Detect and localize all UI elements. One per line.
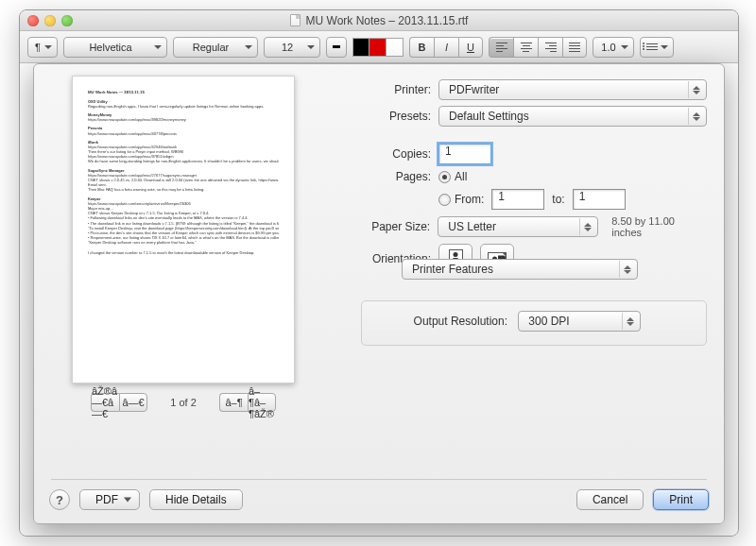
pages-from-input[interactable]: 1 xyxy=(491,189,544,210)
bold-button[interactable]: B xyxy=(409,37,434,58)
color-swatches xyxy=(352,38,404,57)
presets-label: Presets: xyxy=(333,110,431,123)
preview-pager: âŽ®â—€â—€ â—€ 1 of 2 â–¶ â–¶â–¶âŽ® xyxy=(91,393,276,412)
list-style-select[interactable] xyxy=(640,37,674,58)
printer-features-box: Output Resolution: 300 DPI xyxy=(361,300,707,346)
copies-label: Copies: xyxy=(333,147,431,161)
pager-next-button[interactable]: â–¶ xyxy=(219,393,248,412)
print-section-select[interactable]: Printer Features xyxy=(402,259,638,280)
pages-label: Pages: xyxy=(333,170,431,183)
swatch-white[interactable] xyxy=(387,38,404,57)
style-segment: B I U xyxy=(409,37,483,58)
help-button[interactable]: ? xyxy=(49,489,70,510)
text-color-button[interactable] xyxy=(326,37,347,58)
textedit-window: MU Work Notes – 2013.11.15.rtf ¶ Helveti… xyxy=(19,9,739,537)
window-title-text: MU Work Notes – 2013.11.15.rtf xyxy=(306,14,469,27)
pdf-menu-button[interactable]: PDF xyxy=(79,489,140,510)
hide-details-button[interactable]: Hide Details xyxy=(149,489,243,510)
swatch-red[interactable] xyxy=(369,38,387,57)
presets-select[interactable]: Default Settings xyxy=(438,106,707,127)
output-resolution-select[interactable]: 300 DPI xyxy=(518,311,641,332)
pages-range-radio[interactable]: From: xyxy=(438,193,484,206)
pager-first-button[interactable]: âŽ®â—€â—€ xyxy=(91,393,119,412)
line-spacing-select[interactable]: 1.0 xyxy=(593,37,634,58)
pages-to-label: to: xyxy=(552,193,564,206)
font-size-select[interactable]: 12 xyxy=(264,37,320,58)
format-toolbar: ¶ Helvetica Regular 12 B I U 1.0 xyxy=(20,31,738,63)
print-options: Printer: PDFwriter Presets: Default Sett… xyxy=(333,76,707,468)
align-center-button[interactable] xyxy=(513,37,538,58)
print-preview-page: MU Work Notes — 2013.11.15 OSX Utility R… xyxy=(72,76,295,384)
font-family-select[interactable]: Helvetica xyxy=(63,37,167,58)
paragraph-style-select[interactable]: ¶ xyxy=(27,37,58,58)
align-justify-button[interactable] xyxy=(562,37,587,58)
paper-dimensions: 8.50 by 11.00 inches xyxy=(611,215,707,238)
print-button[interactable]: Print xyxy=(653,489,709,510)
cancel-button[interactable]: Cancel xyxy=(576,489,644,510)
paper-size-select[interactable]: US Letter xyxy=(438,216,598,237)
underline-button[interactable]: U xyxy=(458,37,483,58)
paper-size-label: Paper Size: xyxy=(333,220,430,233)
output-resolution-label: Output Resolution: xyxy=(375,315,507,328)
copies-input[interactable]: 1 xyxy=(438,144,491,164)
printer-label: Printer: xyxy=(333,83,431,96)
align-left-button[interactable] xyxy=(489,37,513,58)
window-title: MU Work Notes – 2013.11.15.rtf xyxy=(20,14,738,27)
printer-select[interactable]: PDFwriter xyxy=(438,79,707,100)
sheet-bottom-bar: ? PDF Hide Details Cancel Print xyxy=(34,480,724,523)
pager-last-button[interactable]: â–¶â–¶âŽ® xyxy=(248,393,276,412)
print-sheet: MU Work Notes — 2013.11.15 OSX Utility R… xyxy=(33,63,725,524)
pager-prev-button[interactable]: â—€ xyxy=(119,393,147,412)
pages-to-input[interactable]: 1 xyxy=(573,189,626,210)
swatch-black[interactable] xyxy=(352,38,369,57)
page-indicator: 1 of 2 xyxy=(155,397,212,408)
preview-column: MU Work Notes — 2013.11.15 OSX Utility R… xyxy=(51,76,316,468)
preview-doc-title: MU Work Notes — 2013.11.15 xyxy=(88,90,279,95)
titlebar: MU Work Notes – 2013.11.15.rtf xyxy=(20,10,738,31)
document-icon xyxy=(290,14,301,26)
alignment-segment xyxy=(489,37,587,58)
font-weight-select[interactable]: Regular xyxy=(173,37,258,58)
align-right-button[interactable] xyxy=(538,37,562,58)
pages-all-radio[interactable]: All xyxy=(438,170,467,183)
italic-button[interactable]: I xyxy=(434,37,458,58)
